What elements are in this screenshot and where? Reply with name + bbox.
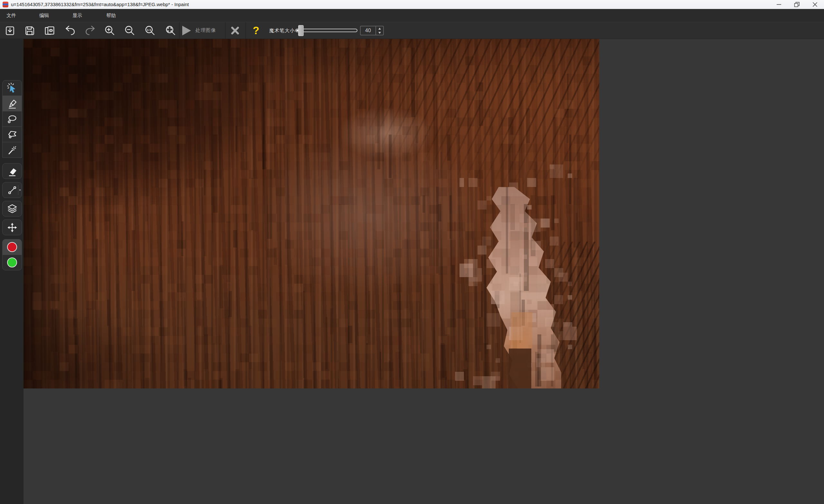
compare-preview-icon <box>44 25 56 36</box>
tool-eraser-button[interactable] <box>2 163 22 179</box>
triangle-up-icon <box>378 28 381 30</box>
menu-edit[interactable]: 编辑 <box>37 9 51 22</box>
tool-marker-button[interactable] <box>2 96 22 111</box>
zoom-actual-size-icon: 1:1 <box>144 25 156 36</box>
zoom-badge: 1:1 <box>147 28 151 31</box>
tool-magic-wand-button[interactable] <box>2 142 22 158</box>
titlebar: u=1451643057,3733861332&fm=253&fmt=auto&… <box>0 0 824 9</box>
close-icon <box>811 1 819 8</box>
layers-icon <box>7 204 18 214</box>
toolbar-separator <box>245 22 246 39</box>
chevron-down-icon[interactable] <box>19 190 21 191</box>
zoom-out-button[interactable] <box>123 23 137 38</box>
spinner <box>376 26 383 35</box>
open-image-icon <box>4 25 16 36</box>
tool-line-button[interactable] <box>2 182 22 198</box>
spin-up-button[interactable] <box>376 26 383 30</box>
redo-icon <box>85 25 96 36</box>
tool-lasso-button[interactable] <box>2 111 22 127</box>
save-button[interactable] <box>22 23 37 38</box>
help-button[interactable]: ? <box>249 23 263 38</box>
canvas-image[interactable] <box>23 39 599 388</box>
triangle-down-icon <box>378 32 381 34</box>
compare-preview-button[interactable] <box>42 23 57 38</box>
process-image-button[interactable]: 处理图像 <box>182 22 216 39</box>
window-title: u=1451643057,3733861332&fm=253&fmt=auto&… <box>11 0 189 9</box>
image-pixel-mosaic <box>23 39 599 388</box>
magic-wand-icon <box>7 144 18 155</box>
minimize-icon <box>775 1 783 8</box>
zoom-actual-size-button[interactable]: 1:1 <box>143 23 157 38</box>
workspace <box>0 39 824 504</box>
menu-help[interactable]: 帮助 <box>104 9 118 22</box>
zoom-fit-button[interactable] <box>164 23 178 38</box>
toolbar-separator <box>225 22 226 39</box>
menu-view[interactable]: 显示 <box>70 9 85 22</box>
zoom-in-button[interactable] <box>103 23 117 38</box>
brush-size-spinbox <box>360 26 384 35</box>
toolbar: 1:1 处理图像 ? <box>0 22 824 39</box>
spin-down-button[interactable] <box>376 30 383 35</box>
redo-button[interactable] <box>83 23 98 38</box>
menu-file[interactable]: 文件 <box>4 9 19 22</box>
color-red-button[interactable] <box>2 239 22 255</box>
tool-move-button[interactable] <box>2 220 22 235</box>
zoom-out-icon <box>124 25 135 36</box>
inpaint-logo-icon <box>3 2 8 7</box>
line-tool-divider <box>18 185 18 195</box>
slider-handle[interactable] <box>298 25 304 36</box>
zoom-fit-icon <box>165 25 177 36</box>
magic-cursor-icon <box>7 83 18 94</box>
slider-track[interactable] <box>295 29 357 32</box>
tool-sidebar <box>0 39 23 504</box>
marker-icon <box>7 98 18 109</box>
red-swatch-icon <box>7 242 17 252</box>
restore-icon <box>793 1 801 8</box>
color-green-button[interactable] <box>2 255 22 270</box>
menubar: 文件 编辑 显示 帮助 <box>0 9 824 22</box>
toolbar-separator <box>179 22 180 39</box>
line-tool-icon <box>7 185 18 196</box>
move-icon <box>7 222 18 233</box>
question-mark-icon: ? <box>253 24 259 37</box>
undo-button[interactable] <box>63 23 77 38</box>
process-image-label: 处理图像 <box>195 27 216 33</box>
zoom-in-icon <box>104 25 116 36</box>
undo-icon <box>64 25 76 36</box>
restore-button[interactable] <box>788 0 806 9</box>
eraser-icon <box>7 166 18 177</box>
cancel-button[interactable] <box>228 23 242 38</box>
green-swatch-icon <box>7 257 17 267</box>
window-controls <box>770 0 824 9</box>
lasso-icon <box>7 114 18 125</box>
brush-size-input[interactable] <box>360 26 376 35</box>
brush-size-label: 魔术笔大小 <box>269 22 295 39</box>
tool-layers-button[interactable] <box>2 201 22 217</box>
polygon-lasso-icon <box>7 129 18 140</box>
inpaint-window: u=1451643057,3733861332&fm=253&fmt=auto&… <box>0 0 824 504</box>
tool-magic-cursor-button[interactable] <box>2 80 22 96</box>
minimize-button[interactable] <box>770 0 788 9</box>
open-image-button[interactable] <box>3 23 17 38</box>
close-button[interactable] <box>806 0 824 9</box>
play-icon <box>182 26 191 35</box>
tool-polygon-lasso-button[interactable] <box>2 126 22 142</box>
save-icon <box>24 25 35 36</box>
cancel-x-icon <box>230 26 239 35</box>
